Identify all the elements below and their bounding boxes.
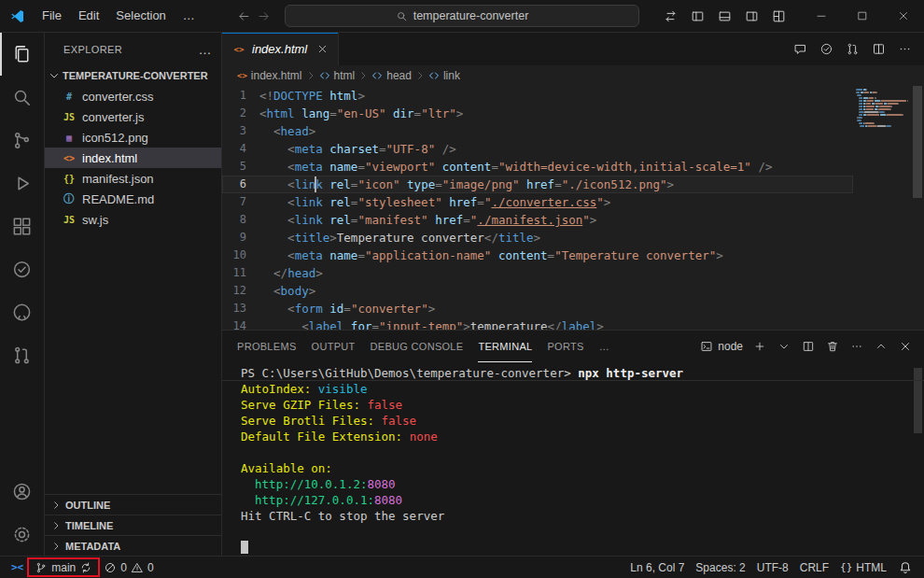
kill-terminal-button-icon[interactable] bbox=[821, 336, 844, 357]
file-converter.js[interactable]: JSconverter.js bbox=[45, 106, 221, 127]
language-status[interactable]: {} HTML bbox=[834, 561, 892, 574]
close-tab-icon[interactable] bbox=[316, 43, 329, 55]
code-line-2[interactable]: 2<html lang="en-US" dir="ltr"> bbox=[222, 105, 853, 122]
go-forward-icon[interactable] bbox=[257, 9, 271, 23]
remote-indicator[interactable]: >< bbox=[6, 557, 29, 578]
menu-selection[interactable]: Selection bbox=[107, 5, 174, 27]
file-index.html[interactable]: <>index.html bbox=[45, 148, 221, 168]
cursor-position-status[interactable]: Ln 6, Col 7 bbox=[624, 561, 690, 574]
search-value: temperature-converter bbox=[413, 9, 529, 22]
terminal-more-actions-icon[interactable] bbox=[846, 336, 868, 357]
new-terminal-button-icon[interactable] bbox=[749, 336, 771, 357]
split-editor-button-icon[interactable] bbox=[867, 38, 890, 61]
code-line-14[interactable]: 14 <label for="input-temp">temperature</… bbox=[222, 317, 853, 330]
terminal-profile[interactable]: node bbox=[700, 340, 743, 353]
panel-tab-terminal[interactable]: TERMINAL bbox=[478, 331, 532, 362]
code-line-8[interactable]: 8 <link rel="manifest" href="./manifest.… bbox=[222, 211, 853, 229]
file-icon512.png[interactable]: ▦icon512.png bbox=[45, 127, 221, 148]
editor-scrollbar[interactable] bbox=[911, 86, 924, 330]
breadcrumb-index-html[interactable]: <>index.html bbox=[237, 69, 302, 82]
editor-code-area[interactable]: 1<!DOCTYPE html>2<html lang="en-US" dir=… bbox=[222, 86, 853, 330]
panel-tab-ports[interactable]: PORTS bbox=[547, 331, 583, 362]
encoding-status[interactable]: UTF-8 bbox=[751, 561, 794, 574]
problems-status[interactable]: 0 0 bbox=[98, 557, 159, 578]
customize-layout-icon[interactable] bbox=[766, 6, 791, 27]
branch-status[interactable]: main bbox=[29, 557, 98, 578]
breadcrumb-html[interactable]: html bbox=[319, 69, 356, 82]
activity-accounts[interactable] bbox=[0, 470, 44, 513]
code-line-10[interactable]: 10 <meta name="application-name" content… bbox=[222, 247, 853, 264]
terminal-output[interactable]: PS C:\Users\GitHub\Demos\temperature-con… bbox=[222, 362, 924, 556]
file-manifest.json[interactable]: {}manifest.json bbox=[45, 168, 221, 189]
editor-tab-bar: <> index.html bbox=[222, 33, 924, 65]
code-text: <link rel="manifest" href="./manifest.js… bbox=[259, 211, 596, 229]
activity-run-debug[interactable] bbox=[0, 162, 44, 204]
panel-tab-output[interactable]: OUTPUT bbox=[312, 331, 356, 362]
menu-file[interactable]: File bbox=[34, 5, 70, 27]
activity-source-control[interactable] bbox=[0, 119, 44, 162]
tab-index-html[interactable]: <> index.html bbox=[222, 33, 339, 65]
toggle-secondary-sidebar-icon[interactable] bbox=[739, 6, 764, 27]
close-icon bbox=[897, 9, 910, 22]
code-line-11[interactable]: 11 </head> bbox=[222, 264, 853, 282]
maximize-button[interactable] bbox=[842, 0, 883, 32]
file-sw.js[interactable]: JSsw.js bbox=[45, 209, 221, 230]
split-terminal-button-icon[interactable] bbox=[797, 336, 819, 357]
menu-edit[interactable]: Edit bbox=[70, 5, 107, 27]
close-panel-button-icon[interactable] bbox=[894, 336, 917, 357]
compare-button-icon[interactable] bbox=[841, 38, 864, 61]
toggle-panel-icon[interactable] bbox=[712, 6, 737, 27]
toggle-primary-sidebar-icon[interactable] bbox=[685, 6, 710, 27]
breadcrumb-head[interactable]: head bbox=[371, 69, 412, 82]
section-outline[interactable]: OUTLINE bbox=[45, 494, 221, 515]
go-back-icon[interactable] bbox=[237, 9, 251, 23]
chevron-right-icon bbox=[50, 541, 62, 552]
activity-pull-requests[interactable] bbox=[0, 333, 44, 376]
activity-github[interactable] bbox=[0, 290, 44, 333]
code-line-3[interactable]: 3 <head> bbox=[222, 122, 853, 140]
code-line-13[interactable]: 13 <form id="converter"> bbox=[222, 300, 853, 317]
panel-tab-more[interactable]: … bbox=[599, 331, 609, 362]
code-text: <form id="converter"> bbox=[259, 300, 435, 317]
more-actions-button-icon[interactable] bbox=[893, 38, 917, 61]
code-line-7[interactable]: 7 <link rel="stylesheet" href="./convert… bbox=[222, 193, 853, 211]
code-line-5[interactable]: 5 <meta name="viewport" content="width=d… bbox=[222, 158, 853, 176]
toggle-arrows-icon[interactable] bbox=[658, 6, 683, 27]
file-converter.css[interactable]: #converter.css bbox=[45, 86, 221, 106]
eol-status[interactable]: CRLF bbox=[794, 561, 834, 574]
folder-temperature-converter[interactable]: TEMPERATURE-CONVERTER bbox=[45, 65, 221, 86]
close-button[interactable] bbox=[883, 0, 924, 32]
terminal-scrollbar[interactable] bbox=[914, 368, 922, 433]
code-text: <meta charset="UTF-8" /> bbox=[259, 140, 456, 158]
panel-tab-problems[interactable]: PROBLEMS bbox=[237, 331, 297, 362]
section-timeline[interactable]: TIMELINE bbox=[45, 515, 221, 535]
activity-extensions[interactable] bbox=[0, 204, 44, 247]
scrollbar-thumb[interactable] bbox=[913, 86, 922, 198]
command-center-search[interactable]: temperature-converter bbox=[285, 5, 639, 27]
panel-tab-debug-console[interactable]: DEBUG CONSOLE bbox=[371, 331, 464, 362]
activity-settings[interactable] bbox=[0, 513, 44, 556]
comment-button-icon[interactable] bbox=[789, 38, 812, 61]
activity-testing[interactable] bbox=[0, 247, 44, 290]
code-line-6[interactable]: 6 <link rel="icon" type="image/png" href… bbox=[222, 176, 853, 193]
explorer-more-button[interactable]: … bbox=[199, 42, 212, 57]
checks-button-icon[interactable] bbox=[815, 38, 838, 61]
activity-explorer[interactable] bbox=[0, 33, 44, 76]
section-metadata[interactable]: METADATA bbox=[45, 535, 221, 556]
file-README.md[interactable]: ⓘREADME.md bbox=[45, 189, 221, 209]
code-line-1[interactable]: 1<!DOCTYPE html> bbox=[222, 87, 853, 105]
minimap[interactable] bbox=[853, 86, 911, 330]
code-line-9[interactable]: 9 <title>Temperature converter</title> bbox=[222, 229, 853, 247]
terminal-profile-dropdown-icon[interactable] bbox=[773, 336, 795, 357]
notifications-bell-icon[interactable] bbox=[892, 560, 918, 575]
section-label: OUTLINE bbox=[65, 500, 110, 511]
code-text: <html lang="en-US" dir="ltr"> bbox=[259, 105, 463, 122]
minimize-button[interactable] bbox=[801, 0, 842, 32]
activity-search[interactable] bbox=[0, 76, 44, 119]
indentation-status[interactable]: Spaces: 2 bbox=[690, 561, 750, 574]
code-line-12[interactable]: 12 <body> bbox=[222, 282, 853, 300]
code-line-4[interactable]: 4 <meta charset="UTF-8" /> bbox=[222, 140, 853, 158]
menu-more[interactable]: … bbox=[175, 5, 203, 27]
maximize-panel-button-icon[interactable] bbox=[870, 336, 892, 357]
breadcrumb-link[interactable]: link bbox=[428, 69, 460, 82]
